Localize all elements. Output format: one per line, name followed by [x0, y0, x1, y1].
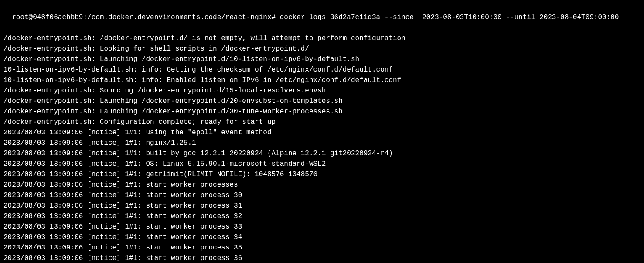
log-line: 2023/08/03 13:09:06 [notice] 1#1: nginx/… [3, 138, 641, 148]
log-line: /docker-entrypoint.sh: Launching /docker… [3, 96, 641, 106]
working-directory: /com.docker.devenvironments.code/react-n… [87, 14, 271, 21]
log-line: 10-listen-on-ipv6-by-default.sh: info: G… [3, 65, 641, 75]
log-line: 2023/08/03 13:09:06 [notice] 1#1: start … [3, 232, 641, 243]
log-line: 10-listen-on-ipv6-by-default.sh: info: E… [3, 75, 641, 85]
prompt-separator: : [83, 14, 87, 21]
log-line: 2023/08/03 13:09:06 [notice] 1#1: start … [3, 180, 641, 190]
command-input[interactable]: docker logs 36d2a7c11d3a --since 2023-08… [280, 14, 619, 21]
log-line: 2023/08/03 13:09:06 [notice] 1#1: start … [3, 243, 641, 253]
user-host: root@048f06acbbb9 [12, 14, 83, 21]
log-line: /docker-entrypoint.sh: Launching /docker… [3, 54, 641, 65]
log-line: 2023/08/03 13:09:06 [notice] 1#1: getrli… [3, 169, 641, 180]
log-line: 2023/08/03 13:09:06 [notice] 1#1: start … [3, 201, 641, 211]
prompt-line: root@048f06acbbb9:/com.docker.devenviron… [12, 14, 619, 21]
terminal-window[interactable]: root@048f06acbbb9:/com.docker.devenviron… [3, 2, 641, 263]
log-line: 2023/08/03 13:09:06 [notice] 1#1: start … [3, 253, 641, 263]
log-line: 2023/08/03 13:09:06 [notice] 1#1: start … [3, 222, 641, 232]
log-line: /docker-entrypoint.sh: Launching /docker… [3, 106, 641, 117]
log-line: /docker-entrypoint.sh: /docker-entrypoin… [3, 33, 641, 44]
log-line: /docker-entrypoint.sh: Looking for shell… [3, 44, 641, 54]
log-line: /docker-entrypoint.sh: Configuration com… [3, 117, 641, 127]
log-line: 2023/08/03 13:09:06 [notice] 1#1: built … [3, 148, 641, 159]
log-line: 2023/08/03 13:09:06 [notice] 1#1: start … [3, 211, 641, 222]
prompt-suffix: # [272, 14, 276, 21]
log-line: /docker-entrypoint.sh: Sourcing /docker-… [3, 85, 641, 96]
log-line: 2023/08/03 13:09:06 [notice] 1#1: using … [3, 127, 641, 138]
log-line: 2023/08/03 13:09:06 [notice] 1#1: start … [3, 190, 641, 201]
output-container: /docker-entrypoint.sh: /docker-entrypoin… [3, 33, 641, 263]
log-line: 2023/08/03 13:09:06 [notice] 1#1: OS: Li… [3, 159, 641, 169]
